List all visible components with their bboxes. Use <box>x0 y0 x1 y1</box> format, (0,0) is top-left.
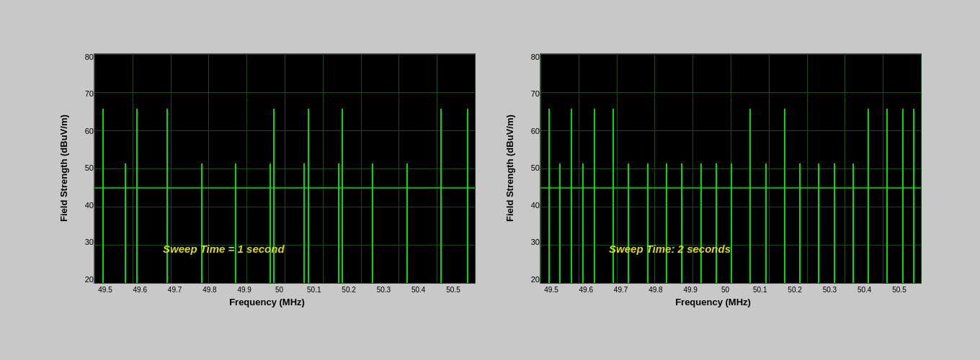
signal-bar <box>852 163 854 282</box>
x-tick: 49.8 <box>192 286 226 294</box>
y-tick: 80 <box>531 53 540 61</box>
x-tick: 49.9 <box>674 286 708 294</box>
signal-bar <box>235 163 236 282</box>
y-tick: 20 <box>85 276 94 284</box>
x-tick: 49.9 <box>228 286 262 294</box>
x-tick: 50.4 <box>847 286 881 294</box>
x-tick: 49.5 <box>89 286 122 294</box>
chart-wrapper-2: Field Strength (dBuV/m)80706050403020Swe… <box>504 53 922 307</box>
signal-bar <box>681 163 682 282</box>
signal-bar <box>125 163 126 282</box>
grid-v-line <box>883 54 883 283</box>
signal-bar <box>834 163 835 282</box>
x-tick: 50.2 <box>778 286 812 294</box>
x-tick: 50.3 <box>813 286 847 294</box>
signal-bar <box>548 109 550 283</box>
plot-area-2: Sweep Time: 2 seconds <box>540 53 922 284</box>
sweep-label: Sweep Time: 2 seconds <box>609 243 731 255</box>
signal-bar <box>799 163 801 282</box>
signal-bar <box>594 109 595 283</box>
signal-bar <box>666 163 667 282</box>
grid-v-line <box>579 54 579 283</box>
grid-v-line <box>845 54 845 283</box>
signal-bar <box>731 163 732 282</box>
signal-bar <box>372 163 373 282</box>
signal-bar <box>338 163 339 282</box>
signal-bar <box>868 109 869 283</box>
y-tick: 60 <box>531 127 540 135</box>
sweep-label: Sweep Time = 1 second <box>163 243 285 255</box>
charts-container: Field Strength (dBuV/m)80706050403020Swe… <box>44 39 936 322</box>
signal-bar <box>342 109 343 283</box>
signal-bar <box>571 109 572 283</box>
x-tick: 49.5 <box>535 286 569 294</box>
y-tick: 50 <box>85 164 94 172</box>
grid-v-line <box>398 54 399 283</box>
grid-h-line <box>540 283 921 284</box>
y-axis-label: Field Strength (dBuV/m) <box>58 53 69 284</box>
signal-bar <box>716 163 717 282</box>
signal-bar <box>784 109 785 283</box>
y-tick: 30 <box>531 238 540 246</box>
x-tick: 50.2 <box>332 286 366 294</box>
signal-bar <box>628 163 629 282</box>
y-tick: 70 <box>85 90 94 98</box>
grid-h-line <box>94 283 475 284</box>
x-tick: 50.4 <box>401 286 435 294</box>
x-tick: 49.7 <box>158 286 192 294</box>
signal-bar <box>467 109 468 283</box>
x-axis-label: Frequency (MHz) <box>229 297 305 307</box>
grid-v-line <box>769 54 770 283</box>
signal-bar <box>647 163 649 282</box>
grid-v-line <box>361 54 362 283</box>
x-tick: 50 <box>262 286 296 294</box>
signal-bar <box>612 109 614 283</box>
signal-bar <box>273 109 275 283</box>
x-ticks: 49.549.649.749.849.95050.150.250.350.450… <box>89 286 471 294</box>
y-tick: 70 <box>531 90 540 98</box>
x-ticks: 49.549.649.749.849.95050.150.250.350.450… <box>535 286 917 294</box>
grid-v-line <box>94 54 95 283</box>
plot-area-1: Sweep Time = 1 second <box>94 53 476 284</box>
x-tick: 50.5 <box>436 286 470 294</box>
signal-bar <box>765 163 767 282</box>
signal-bar <box>700 163 702 282</box>
y-tick: 60 <box>85 127 94 135</box>
signal-bar <box>559 163 561 282</box>
signal-bar <box>406 163 408 282</box>
y-tick: 50 <box>531 164 540 172</box>
y-ticks: 80706050403020 <box>72 53 94 284</box>
x-axis-label: Frequency (MHz) <box>675 297 751 307</box>
x-tick: 50.1 <box>297 286 331 294</box>
grid-v-line <box>540 54 541 283</box>
y-tick: 40 <box>85 202 94 210</box>
y-tick: 30 <box>85 238 94 246</box>
y-axis-label: Field Strength (dBuV/m) <box>504 53 515 284</box>
x-tick: 50.5 <box>882 286 916 294</box>
x-tick: 49.6 <box>569 286 603 294</box>
signal-bar <box>270 163 271 282</box>
y-tick: 20 <box>531 276 540 284</box>
signal-bar <box>440 109 442 283</box>
grid-v-line <box>437 54 437 283</box>
x-tick: 49.7 <box>604 286 638 294</box>
x-tick: 49.6 <box>123 286 157 294</box>
signal-bar <box>582 163 584 282</box>
chart-area-2: Field Strength (dBuV/m)80706050403020Swe… <box>504 53 922 284</box>
x-tick: 50.1 <box>743 286 777 294</box>
signal-bar <box>166 109 168 283</box>
signal-bar <box>913 109 914 283</box>
grid-v-line <box>323 54 324 283</box>
grid-v-line <box>133 54 133 283</box>
grid-v-line <box>285 54 285 283</box>
signal-bar <box>201 163 202 282</box>
grid-v-line <box>921 54 922 283</box>
signal-bar <box>902 109 904 283</box>
signal-bar <box>886 109 888 283</box>
signal-bar <box>818 163 819 282</box>
y-tick: 80 <box>85 53 94 61</box>
signal-bar <box>102 109 104 283</box>
signal-bar <box>136 109 138 283</box>
signal-bar <box>303 163 305 282</box>
chart-area-1: Field Strength (dBuV/m)80706050403020Swe… <box>58 53 476 284</box>
